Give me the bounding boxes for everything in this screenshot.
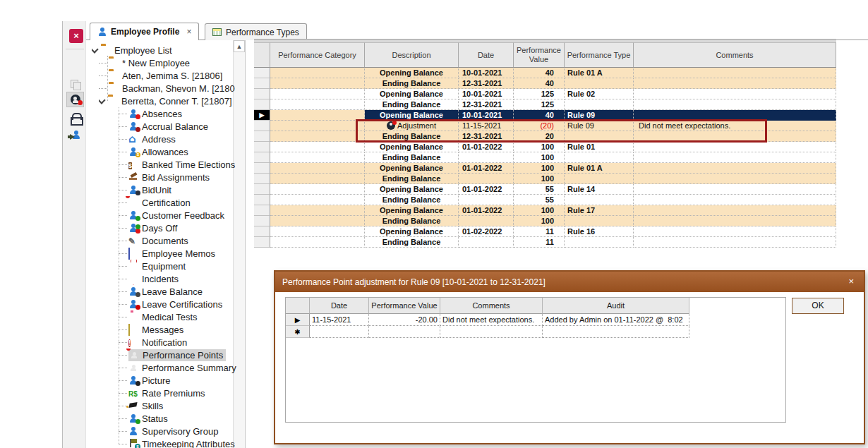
tree-item-allowances[interactable]: $Allowances <box>119 145 246 158</box>
dialog-new-row[interactable]: ✱ <box>286 326 785 338</box>
table-row[interactable]: Opening Balance01-01-2022100Rule 01 <box>254 142 836 152</box>
row-selector[interactable] <box>254 174 270 184</box>
row-selector[interactable] <box>254 195 270 205</box>
table-row[interactable]: Ending Balance100 <box>254 216 836 226</box>
column-header-performance-value[interactable]: Performance Value <box>514 42 565 68</box>
dialog-close-button[interactable]: × <box>848 272 854 292</box>
dialog-column-header-performance-value[interactable]: Performance Value <box>369 298 440 314</box>
close-window-button[interactable]: × <box>69 29 83 43</box>
dialog-column-header-audit[interactable]: Audit <box>543 298 689 314</box>
row-selector[interactable] <box>254 68 270 78</box>
tree-item-timekeeping-attributes[interactable]: $Timekeeping Attributes <box>119 437 246 448</box>
tree-item-bidunit[interactable]: BidUnit <box>119 183 246 196</box>
tree-item-picture[interactable]: Picture <box>119 374 246 387</box>
tree-item-employee-list[interactable]: Employee List <box>92 44 236 56</box>
tree-item-performance-summary[interactable]: Performance Summary <box>119 361 246 374</box>
dialog-row-selector[interactable]: ▶ <box>286 314 310 326</box>
tree-item-rate-premiums[interactable]: R$Rate Premiums <box>119 387 246 399</box>
row-selector[interactable] <box>254 99 270 110</box>
tree-item-address[interactable]: ⌂Address <box>119 133 246 145</box>
column-header-performance-type[interactable]: Performance Type <box>565 42 634 68</box>
table-row[interactable]: Opening Balance01-01-2022100Rule 01 A <box>254 163 836 174</box>
row-selector[interactable] <box>254 163 270 174</box>
tree-item-customer-feedback[interactable]: Customer Feedback <box>119 209 246 222</box>
table-row[interactable]: Opening Balance01-02-202211Rule 16 <box>254 226 836 237</box>
tree-item-certification[interactable]: Certification <box>119 196 246 209</box>
lock-button[interactable] <box>66 110 84 126</box>
dialog-cell-date[interactable]: 11-15-2021 <box>310 314 369 326</box>
tab-employee-profile[interactable]: Employee Profile× <box>90 23 199 40</box>
chevron-down-icon[interactable] <box>92 45 99 53</box>
tree-item-absences[interactable]: Absences <box>119 107 246 120</box>
copy-button[interactable] <box>66 76 84 92</box>
cell-date: 01-01-2022 <box>459 163 514 174</box>
table-row[interactable]: Ending Balance11 <box>254 237 836 248</box>
dialog-cell-comments[interactable]: Did not meet expectations. <box>440 314 543 326</box>
table-row[interactable]: Ending Balance12-31-202140 <box>254 78 836 89</box>
performance-points-button[interactable] <box>66 92 84 107</box>
tree-item-incidents[interactable]: !Incidents <box>119 272 246 285</box>
dialog-empty-cell[interactable] <box>543 326 689 338</box>
ok-button[interactable]: OK <box>792 298 844 314</box>
tree-item-employee-memos[interactable]: Employee Memos <box>119 247 246 260</box>
row-selector[interactable] <box>254 89 270 99</box>
column-header-date[interactable]: Date <box>459 42 514 68</box>
tree-item-messages[interactable]: Messages <box>119 323 246 336</box>
tree-item-days-off[interactable]: Days Off <box>119 222 246 234</box>
tree-item-medical-tests[interactable]: Medical Tests <box>119 310 246 323</box>
row-selector[interactable] <box>254 216 270 226</box>
column-header-comments[interactable]: Comments <box>634 42 836 68</box>
switch-user-button[interactable] <box>66 127 84 143</box>
dialog-cell-performance-value[interactable]: -20.00 <box>369 314 440 326</box>
tree-item-equipment[interactable]: Equipment <box>119 260 246 272</box>
table-row[interactable]: Opening Balance10-01-2021125Rule 02 <box>254 89 836 99</box>
row-selector[interactable] <box>254 121 270 131</box>
row-selector[interactable] <box>254 78 270 89</box>
table-row[interactable]: Opening Balance01-01-2022100Rule 17 <box>254 205 836 216</box>
tree-item-aten-jemima-s-21806[interactable]: Aten, Jemima S. [21806] <box>99 69 243 82</box>
dialog-column-header-date[interactable]: Date <box>310 298 369 314</box>
row-selector[interactable] <box>254 131 270 142</box>
dialog-empty-cell[interactable] <box>310 326 369 338</box>
tree-item-berretta-conner-t-21807[interactable]: Berretta, Conner T. [21807] <box>99 95 243 107</box>
column-header-performance-category[interactable]: Performance Category <box>270 42 365 68</box>
dialog-empty-cell[interactable] <box>369 326 440 338</box>
tree-item-accrual-balance[interactable]: Accrual Balance <box>119 120 246 133</box>
tree-item-documents[interactable]: ✎Documents <box>119 234 246 247</box>
table-row[interactable]: Ending Balance12-31-2021125 <box>254 99 836 110</box>
row-selector[interactable] <box>254 205 270 216</box>
tree-item-supervisory-group[interactable]: Supervisory Group <box>119 425 246 437</box>
tree-item-notification[interactable]: !Notification <box>119 336 246 349</box>
dialog-empty-cell[interactable] <box>440 326 543 338</box>
dialog-column-header-comments[interactable]: Comments <box>440 298 543 314</box>
table-row[interactable]: Ending Balance100 <box>254 174 836 184</box>
tab-close-icon[interactable]: × <box>186 27 191 37</box>
chevron-down-icon[interactable] <box>99 96 106 104</box>
tree-item-bid-assignments[interactable]: Bid Assignments <box>119 171 246 183</box>
tree-item-skills[interactable]: Skills <box>119 399 246 412</box>
dialog-table-row[interactable]: ▶11-15-2021-20.00Did not meet expectatio… <box>286 314 785 326</box>
table-row[interactable]: Ending Balance100 <box>254 152 836 163</box>
bidunit-icon <box>128 185 139 195</box>
row-selector[interactable] <box>254 226 270 237</box>
tree-item-label: Bid Assignments <box>142 172 210 183</box>
row-selector[interactable] <box>254 184 270 195</box>
status-icon <box>128 413 139 423</box>
tree-item-status[interactable]: Status <box>119 412 246 425</box>
column-header-description[interactable]: Description <box>365 42 459 68</box>
row-selector[interactable] <box>254 152 270 163</box>
row-selector[interactable] <box>254 142 270 152</box>
table-row[interactable]: Opening Balance01-01-202255Rule 14 <box>254 184 836 195</box>
table-row[interactable]: Opening Balance10-01-202140Rule 01 A <box>254 68 836 78</box>
row-selector[interactable]: ▶ <box>254 110 270 121</box>
tree-item-performance-points[interactable]: Performance Points <box>119 349 246 361</box>
tab-performance-types[interactable]: Performance Types <box>205 23 307 40</box>
tree-item-new-employee[interactable]: * New Employee <box>99 56 243 69</box>
tree-item-leave-balance[interactable]: Leave Balance <box>119 285 246 298</box>
tree-item-backman-shevon-m-2180[interactable]: Backman, Shevon M. [2180 <box>99 82 243 95</box>
tree-item-leave-certifications[interactable]: Leave Certifications <box>119 298 246 310</box>
tree-item-banked-time-elections[interactable]: $Banked Time Elections <box>119 158 246 171</box>
dialog-title-bar[interactable]: Performance Point adjustment for Rule 09… <box>275 272 864 292</box>
table-row[interactable]: Ending Balance55 <box>254 195 836 205</box>
row-selector[interactable] <box>254 237 270 248</box>
